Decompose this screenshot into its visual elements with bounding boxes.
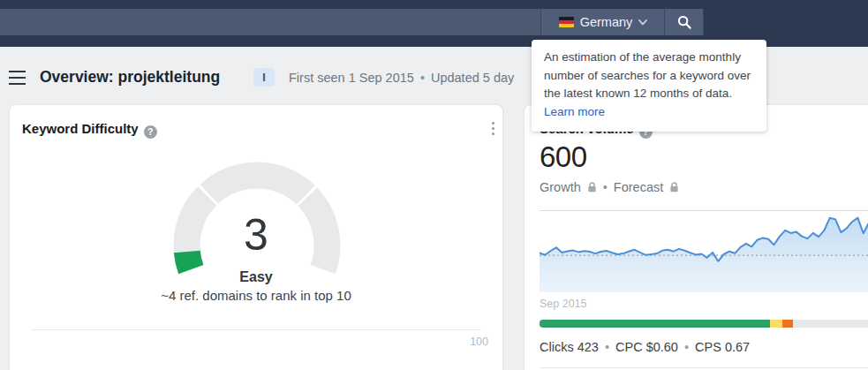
chart-top-gridline	[540, 210, 868, 211]
search-volume-card: Search volume? 600 Growth • Forecast	[524, 104, 868, 370]
country-label: Germany	[580, 15, 633, 29]
first-seen-text: First seen 1 Sep 2015	[289, 71, 414, 85]
clicks-bar-segment-green	[540, 320, 770, 328]
clicks-metrics-row: Clicks 423•CPC $0.60•CPS 0.67	[540, 340, 750, 354]
menu-hamburger-icon[interactable]	[9, 71, 26, 86]
growth-label[interactable]: Growth	[540, 180, 581, 194]
page-title: Overview: projektleitung	[40, 68, 220, 87]
country-selector[interactable]: Germany	[540, 9, 665, 35]
chart-x-tick: Sep 2015	[540, 298, 587, 310]
clicks-label: Clicks	[540, 340, 574, 354]
keyword-difficulty-card: Keyword Difficulty? 3 Easy ~4 ref. domai…	[9, 104, 503, 370]
card-divider	[540, 367, 868, 368]
updated-text: Updated 5 day	[431, 71, 514, 85]
search-icon	[676, 14, 692, 30]
scale-max-label: 100	[470, 336, 488, 348]
clicks-value: 423	[577, 340, 599, 354]
cpc-value: $0.60	[646, 340, 678, 354]
keyword-badge: I	[253, 68, 275, 87]
chevron-down-icon	[638, 19, 647, 26]
search-volume-value: 600	[540, 140, 587, 174]
difficulty-hint: ~4 ref. domains to rank in top 10	[10, 288, 502, 303]
search-volume-tooltip: An estimation of the average monthly num…	[532, 40, 766, 132]
volume-history-chart	[540, 210, 868, 292]
clicks-distribution-bar	[540, 320, 868, 328]
tooltip-text: An estimation of the average monthly num…	[544, 50, 751, 100]
lock-icon	[587, 182, 597, 193]
help-icon[interactable]: ?	[144, 125, 157, 139]
card-menu-kebab-icon[interactable]	[487, 122, 499, 138]
cps-value: 0.67	[725, 340, 750, 354]
cpc-label: CPC	[615, 340, 643, 354]
learn-more-link[interactable]: Learn more	[544, 105, 605, 118]
keyword-overview-page: Germany An estimation of the average mon…	[0, 0, 868, 370]
germany-flag-icon	[559, 17, 574, 27]
lock-icon	[669, 182, 679, 193]
growth-forecast-row: Growth • Forecast	[540, 180, 679, 194]
search-button[interactable]	[664, 9, 704, 35]
cps-label: CPS	[695, 340, 721, 354]
clicks-bar-segment-yellow	[770, 320, 782, 328]
difficulty-score: 3	[10, 209, 502, 261]
forecast-label[interactable]: Forecast	[614, 180, 663, 194]
keyword-difficulty-title: Keyword Difficulty?	[22, 121, 157, 139]
clicks-bar-segment-orange	[782, 320, 793, 328]
difficulty-rating: Easy	[10, 269, 502, 285]
volume-area-chart	[540, 210, 868, 292]
clicks-bar-segment-remainder	[793, 320, 868, 328]
card-divider	[31, 329, 481, 330]
keyword-meta: First seen 1 Sep 2015•Updated 5 day	[289, 71, 514, 85]
